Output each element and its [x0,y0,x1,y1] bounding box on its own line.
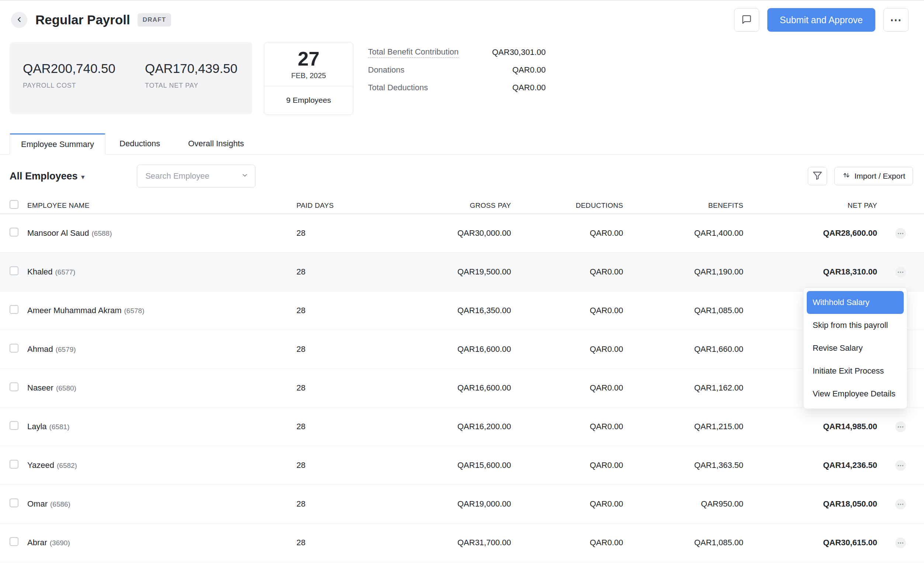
row-checkbox[interactable] [9,460,19,468]
total-net-pay-value: QAR170,439.50 [145,61,237,76]
benefits-value: QAR1,085.00 [623,306,743,315]
row-checkbox[interactable] [9,421,19,430]
total-deductions-value: QAR0.00 [513,83,546,93]
row-actions-icon[interactable] [895,460,906,471]
deductions-value: QAR0.00 [511,422,623,431]
import-export-label: Import / Export [854,172,905,181]
tab-bar: Employee Summary Deductions Overall Insi… [0,132,924,155]
menu-item-skip-from-payroll[interactable]: Skip from this payroll [807,314,904,337]
benefits-value: QAR1,363.50 [623,460,743,470]
employee-name[interactable]: Ahmad [27,344,53,354]
row-checkbox[interactable] [9,537,19,546]
deductions-value: QAR0.00 [511,460,623,470]
table-row: Ameer Muhammad Akram(6578) 28 QAR16,350.… [0,292,924,330]
deductions-value: QAR0.00 [511,306,623,315]
caret-down-icon: ▾ [81,172,85,181]
table-row: Ahmad(6579) 28 QAR16,600.00 QAR0.00 QAR1… [0,330,924,369]
summary-stats: Total Benefit Contribution QAR30,301.00 … [368,42,546,99]
paid-days-value: 28 [295,267,343,277]
table-row: Mansoor Al Saud(6588) 28 QAR30,000.00 QA… [0,214,924,253]
col-employee-name: EMPLOYEE NAME [27,202,295,210]
payroll-cost-label: PAYROLL COST [23,82,115,90]
chevron-down-icon [241,172,248,181]
row-checkbox[interactable] [9,382,19,391]
table-row: Layla(6581) 28 QAR16,200.00 QAR0.00 QAR1… [0,407,924,446]
benefits-value: QAR1,190.00 [623,267,743,277]
deductions-value: QAR0.00 [511,499,623,509]
tab-employee-summary[interactable]: Employee Summary [9,133,106,155]
row-checkbox[interactable] [9,305,19,314]
employee-filter-dropdown[interactable]: All Employees ▾ [9,170,84,182]
payroll-page: Regular Payroll DRAFT Submit and Approve… [0,0,924,574]
employee-name[interactable]: Ameer Muhammad Akram [27,306,122,315]
net-pay-value: QAR14,236.50 [743,460,877,470]
row-checkbox[interactable] [9,344,19,353]
gross-pay-value: QAR16,200.00 [343,422,511,431]
total-benefit-contribution-value: QAR30,301.00 [492,47,546,57]
total-benefit-contribution-label[interactable]: Total Benefit Contribution [368,47,459,58]
more-options-button[interactable] [883,8,908,32]
gross-pay-value: QAR19,000.00 [343,499,511,509]
benefits-value: QAR1,400.00 [623,229,743,238]
employee-name[interactable]: Layla [27,422,47,431]
select-all-checkbox[interactable] [9,200,19,209]
pay-date-card: 27 FEB, 2025 9 Employees [264,42,353,115]
tab-overall-insights[interactable]: Overall Insights [174,133,258,155]
comments-button[interactable] [734,8,759,32]
table-row: Abrar(3690) 28 QAR31,700.00 QAR0.00 QAR1… [0,524,924,562]
net-pay-value: QAR30,615.00 [743,538,877,547]
row-actions-icon[interactable] [895,538,906,548]
benefits-value: QAR1,162.00 [623,383,743,393]
page-title: Regular Payroll [35,13,130,27]
filter-button[interactable] [808,167,827,185]
table-body: Mansoor Al Saud(6588) 28 QAR30,000.00 QA… [0,214,924,562]
employee-id: (3690) [50,539,70,547]
employee-count: 9 Employees [264,86,353,105]
deductions-value: QAR0.00 [511,383,623,393]
import-export-button[interactable]: Import / Export [834,167,913,185]
tab-deductions[interactable]: Deductions [106,133,174,155]
paid-days-value: 28 [295,499,343,509]
employee-name[interactable]: Naseer [27,383,54,393]
employee-id: (6582) [57,462,77,469]
menu-item-withhold-salary[interactable]: Withhold Salary [807,291,904,314]
row-actions-icon[interactable] [895,499,906,509]
employee-name[interactable]: Yazeed [27,460,54,470]
net-pay-value: QAR18,050.00 [743,499,877,509]
employee-name[interactable]: Omar [27,499,47,508]
employee-id: (6578) [124,307,144,315]
filter-funnel-icon [813,171,822,181]
menu-item-view-employee-details[interactable]: View Employee Details [807,382,904,405]
row-checkbox[interactable] [9,498,19,507]
stat-row: Total Benefit Contribution QAR30,301.00 [368,46,546,58]
net-pay-value: QAR14,985.00 [743,422,877,431]
employee-name[interactable]: Khaled [27,267,53,276]
search-employee-select[interactable]: Search Employee [137,165,256,188]
deductions-value: QAR0.00 [511,344,623,354]
employee-name[interactable]: Mansoor Al Saud [27,229,89,238]
submit-and-approve-button[interactable]: Submit and Approve [767,8,875,32]
deductions-value: QAR0.00 [511,538,623,547]
employee-id: (6579) [56,345,76,353]
paid-days-value: 28 [295,344,343,354]
paid-days-value: 28 [295,229,343,238]
row-checkbox[interactable] [9,266,19,275]
gross-pay-value: QAR31,700.00 [343,538,511,547]
row-actions-icon[interactable] [895,421,906,432]
filter-row: All Employees ▾ Search Employee Import /… [0,165,924,188]
status-badge: DRAFT [138,13,171,27]
row-actions-icon[interactable] [895,228,906,239]
employee-filter-label: All Employees [9,170,78,182]
row-actions-icon[interactable] [895,267,906,278]
benefits-value: QAR950.00 [623,499,743,509]
table-row: Naseer(6580) 28 QAR16,600.00 QAR0.00 QAR… [0,369,924,407]
employee-name[interactable]: Abrar [27,538,47,547]
chevron-left-icon [15,16,23,25]
menu-item-initiate-exit-process[interactable]: Initiate Exit Process [807,360,904,382]
back-button[interactable] [11,12,27,28]
menu-item-revise-salary[interactable]: Revise Salary [807,337,904,360]
row-checkbox[interactable] [9,228,19,237]
pay-date-day: 27 [264,43,353,70]
gross-pay-value: QAR16,600.00 [343,383,511,393]
search-employee-placeholder: Search Employee [145,171,209,181]
